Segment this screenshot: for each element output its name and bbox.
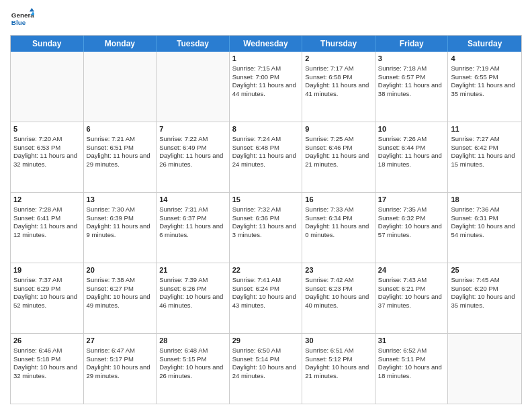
- logo: General Blue: [10, 7, 34, 31]
- calendar-day-7: 7Sunrise: 7:22 AMSunset: 6:49 PMDaylight…: [157, 122, 230, 192]
- day-info: Sunrise: 7:22 AM: [159, 135, 226, 144]
- day-number: 9: [305, 124, 372, 134]
- day-info: Daylight: 11 hours and 6 minutes.: [159, 222, 226, 240]
- day-info: Daylight: 10 hours and 24 minutes.: [232, 363, 300, 381]
- day-number: 29: [232, 336, 300, 346]
- day-info: Sunset: 6:23 PM: [305, 285, 372, 293]
- calendar-day-10: 10Sunrise: 7:26 AMSunset: 6:44 PMDayligh…: [375, 122, 449, 192]
- day-info: Sunset: 5:17 PM: [87, 355, 154, 364]
- day-info: Sunset: 5:14 PM: [232, 355, 300, 364]
- calendar-week-4: 19Sunrise: 7:37 AMSunset: 6:29 PMDayligh…: [11, 263, 521, 334]
- day-number: 10: [378, 124, 445, 134]
- day-info: Sunset: 6:48 PM: [232, 144, 300, 152]
- day-info: Sunset: 6:37 PM: [159, 214, 226, 223]
- calendar-day-30: 30Sunrise: 6:51 AMSunset: 5:12 PMDayligh…: [302, 334, 375, 404]
- day-info: Daylight: 10 hours and 49 minutes.: [87, 293, 154, 310]
- day-number: 1: [232, 54, 300, 64]
- day-info: Sunrise: 7:35 AM: [378, 205, 445, 214]
- day-number: 20: [87, 265, 154, 275]
- day-info: Sunset: 6:32 PM: [378, 214, 445, 223]
- day-number: 5: [13, 124, 81, 134]
- day-info: Daylight: 11 hours and 35 minutes.: [451, 81, 519, 99]
- calendar-day-16: 16Sunrise: 7:33 AMSunset: 6:34 PMDayligh…: [302, 193, 375, 263]
- day-info: Daylight: 11 hours and 3 minutes.: [232, 222, 300, 240]
- day-number: 4: [451, 54, 519, 64]
- calendar-empty-cell: [157, 52, 230, 122]
- calendar-day-2: 2Sunrise: 7:17 AMSunset: 6:58 PMDaylight…: [302, 52, 375, 122]
- day-info: Sunrise: 7:39 AM: [159, 276, 226, 285]
- calendar-week-2: 5Sunrise: 7:20 AMSunset: 6:53 PMDaylight…: [11, 122, 521, 193]
- day-info: Sunrise: 7:36 AM: [451, 205, 519, 214]
- day-info: Daylight: 11 hours and 38 minutes.: [378, 81, 445, 99]
- calendar-day-3: 3Sunrise: 7:18 AMSunset: 6:57 PMDaylight…: [375, 52, 449, 122]
- day-info: Sunset: 6:24 PM: [232, 285, 300, 293]
- day-number: 27: [87, 336, 154, 346]
- header-day-tuesday: Tuesday: [157, 36, 230, 52]
- day-info: Daylight: 11 hours and 12 minutes.: [13, 222, 81, 240]
- day-info: Daylight: 10 hours and 35 minutes.: [451, 293, 519, 310]
- calendar-header: SundayMondayTuesdayWednesdayThursdayFrid…: [11, 36, 521, 52]
- svg-marker-2: [30, 8, 34, 11]
- day-info: Daylight: 10 hours and 29 minutes.: [87, 363, 154, 381]
- calendar-day-6: 6Sunrise: 7:21 AMSunset: 6:51 PMDaylight…: [84, 122, 157, 192]
- calendar-empty-cell: [448, 334, 521, 404]
- day-info: Sunrise: 6:46 AM: [13, 347, 81, 355]
- day-info: Sunrise: 7:25 AM: [305, 135, 372, 144]
- day-info: Sunrise: 6:51 AM: [305, 347, 372, 355]
- day-number: 16: [305, 195, 372, 205]
- day-info: Daylight: 10 hours and 52 minutes.: [13, 293, 81, 310]
- day-info: Sunset: 6:26 PM: [159, 285, 226, 293]
- day-info: Sunset: 5:11 PM: [378, 355, 445, 364]
- calendar-day-14: 14Sunrise: 7:31 AMSunset: 6:37 PMDayligh…: [157, 193, 230, 263]
- day-info: Daylight: 11 hours and 41 minutes.: [305, 81, 372, 99]
- day-info: Sunrise: 7:24 AM: [232, 135, 300, 144]
- calendar-day-23: 23Sunrise: 7:42 AMSunset: 6:23 PMDayligh…: [302, 263, 375, 333]
- day-info: Sunrise: 7:18 AM: [378, 64, 445, 73]
- day-info: Daylight: 10 hours and 40 minutes.: [305, 293, 372, 310]
- calendar-day-4: 4Sunrise: 7:19 AMSunset: 6:55 PMDaylight…: [448, 52, 521, 122]
- calendar-day-22: 22Sunrise: 7:41 AMSunset: 6:24 PMDayligh…: [230, 263, 303, 333]
- day-info: Sunset: 6:49 PM: [159, 144, 226, 152]
- svg-text:General: General: [11, 11, 34, 19]
- calendar-day-8: 8Sunrise: 7:24 AMSunset: 6:48 PMDaylight…: [230, 122, 303, 192]
- day-number: 19: [13, 265, 81, 275]
- day-number: 2: [305, 54, 372, 64]
- day-number: 18: [451, 195, 519, 205]
- day-info: Sunset: 6:34 PM: [305, 214, 372, 223]
- calendar-day-24: 24Sunrise: 7:43 AMSunset: 6:21 PMDayligh…: [375, 263, 449, 333]
- header-day-wednesday: Wednesday: [230, 36, 303, 52]
- calendar-day-25: 25Sunrise: 7:45 AMSunset: 6:20 PMDayligh…: [448, 263, 521, 333]
- day-info: Sunrise: 7:21 AM: [87, 135, 154, 144]
- day-info: Sunset: 7:00 PM: [232, 73, 300, 82]
- day-number: 30: [305, 336, 372, 346]
- calendar: SundayMondayTuesdayWednesdayThursdayFrid…: [10, 35, 522, 404]
- header-day-monday: Monday: [84, 36, 157, 52]
- calendar-empty-cell: [11, 52, 84, 122]
- day-info: Sunset: 6:31 PM: [451, 214, 519, 223]
- day-info: Daylight: 10 hours and 57 minutes.: [378, 222, 445, 240]
- day-info: Sunset: 5:15 PM: [159, 355, 226, 364]
- day-info: Sunrise: 6:47 AM: [87, 347, 154, 355]
- day-info: Daylight: 10 hours and 21 minutes.: [305, 363, 372, 381]
- calendar-body: 1Sunrise: 7:15 AMSunset: 7:00 PMDaylight…: [11, 52, 521, 404]
- day-info: Daylight: 11 hours and 15 minutes.: [451, 152, 519, 169]
- day-number: 12: [13, 195, 81, 205]
- calendar-week-5: 26Sunrise: 6:46 AMSunset: 5:18 PMDayligh…: [11, 334, 521, 404]
- day-info: Sunrise: 7:37 AM: [13, 276, 81, 285]
- day-info: Sunset: 6:55 PM: [451, 73, 519, 82]
- header-day-thursday: Thursday: [302, 36, 375, 52]
- page: General Blue SundayMondayTuesdayWednesda…: [0, 0, 532, 411]
- day-info: Daylight: 11 hours and 9 minutes.: [87, 222, 154, 240]
- calendar-day-12: 12Sunrise: 7:28 AMSunset: 6:41 PMDayligh…: [11, 193, 84, 263]
- day-info: Sunrise: 7:31 AM: [159, 205, 226, 214]
- day-info: Sunrise: 7:26 AM: [378, 135, 445, 144]
- day-number: 28: [159, 336, 226, 346]
- day-info: Sunrise: 6:52 AM: [378, 347, 445, 355]
- day-info: Sunset: 6:51 PM: [87, 144, 154, 152]
- day-info: Sunset: 6:42 PM: [451, 144, 519, 152]
- calendar-day-27: 27Sunrise: 6:47 AMSunset: 5:17 PMDayligh…: [84, 334, 157, 404]
- day-info: Sunrise: 7:33 AM: [305, 205, 372, 214]
- day-info: Sunrise: 7:42 AM: [305, 276, 372, 285]
- day-info: Daylight: 11 hours and 18 minutes.: [378, 152, 445, 169]
- day-number: 14: [159, 195, 226, 205]
